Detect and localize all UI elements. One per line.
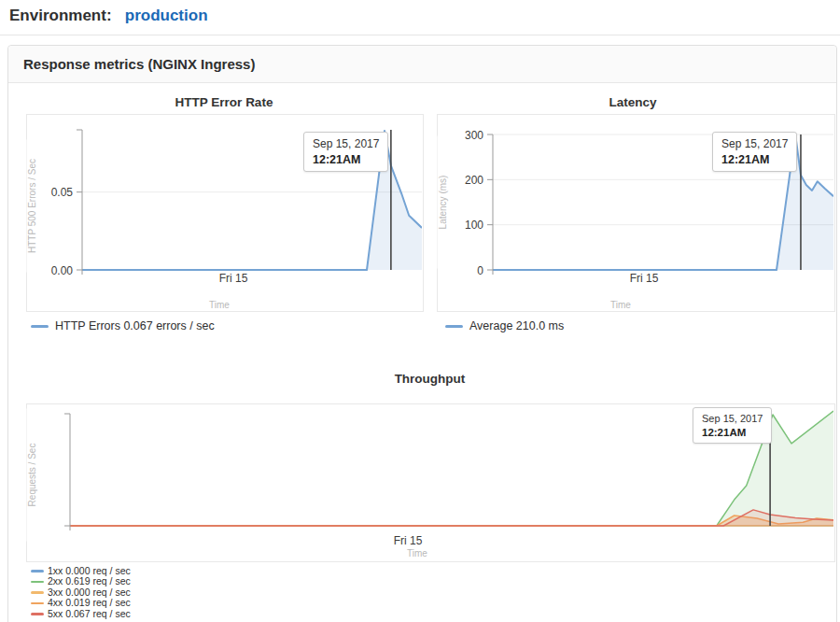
environment-link[interactable]: production [125,7,208,24]
tooltip: Sep 15, 2017 12:21AM [303,132,388,172]
legend-average-latency: Average 210.0 ms [445,319,564,332]
chart-title-throughput: Throughput [26,372,833,386]
y-tick-label: 100 [452,219,483,232]
legend-label: 5xx 0.067 req / sec [48,609,131,619]
tooltip: Sep 15, 2017 12:21AM [712,132,797,172]
legend-swatch [31,325,49,328]
legend-swatch [31,613,44,615]
legend-swatch [31,581,44,584]
legend-swatch [31,602,44,605]
x-axis-label: Time [191,300,247,310]
metrics-dashboard: Environment: production Response metrics… [0,0,840,622]
x-tick-label: Fri 15 [177,272,289,285]
tooltip-date: Sep 15, 2017 [721,137,788,150]
legend-label: Average 210.0 ms [469,319,564,332]
legend-swatch [445,325,463,328]
x-tick-label: Fri 15 [352,534,464,547]
legend-swatch [31,570,44,573]
y-axis-label: HTTP 500 Errors / Sec [27,140,37,273]
y-axis-label: Latency (ms) [438,136,448,269]
panel-title: Response metrics (NGINX Ingress) [8,46,836,83]
x-axis-label: Time [389,548,445,558]
tooltip-date: Sep 15, 2017 [313,137,379,150]
environment-header: Environment: production [9,7,208,25]
tooltip-time: 12:21AM [313,153,379,166]
tooltip-time: 12:21AM [721,153,788,166]
chart-title-latency: Latency [427,95,838,109]
legend-throughput: 1xx 0.000 req / sec 2xx 0.619 req / sec … [31,566,131,619]
legend-label: 4xx 0.019 req / sec [48,598,131,608]
x-tick-label: Fri 15 [588,272,700,285]
legend-label: HTTP Errors 0.067 errors / sec [55,319,215,332]
chart-title-http-error-rate: HTTP Error Rate [19,95,429,109]
legend-item-4xx: 4xx 0.019 req / sec [31,598,131,608]
y-tick-label: 200 [452,174,483,187]
environment-label: Environment: [9,7,112,24]
legend-http-errors: HTTP Errors 0.067 errors / sec [31,319,215,332]
legend-swatch [31,591,44,594]
tooltip: Sep 15, 2017 12:21AM [693,407,772,444]
y-tick-label: 0.05 [41,186,73,199]
tooltip-time: 12:21AM [702,427,763,438]
y-tick-label: 0.00 [41,264,73,277]
x-axis-label: Time [593,300,649,310]
y-tick-label: 300 [452,129,483,142]
legend-item-5xx: 5xx 0.067 req / sec [31,609,131,619]
y-axis-label: Requests / Sec [27,409,37,542]
tooltip-date: Sep 15, 2017 [702,413,763,424]
y-tick-label: 0 [452,264,483,277]
header-divider [0,35,840,35]
